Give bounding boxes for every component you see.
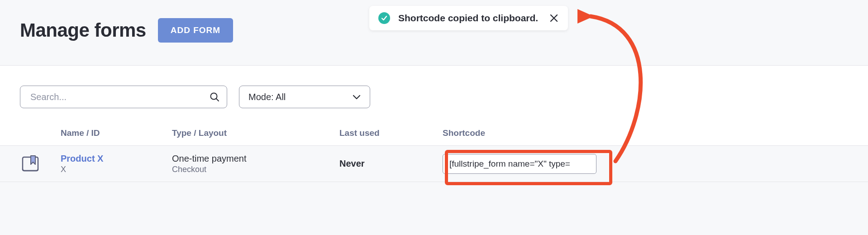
shortcode-field[interactable]: [fullstripe_form name="X" type= (443, 154, 596, 174)
col-last-used: Last used (339, 128, 443, 138)
toast-notification: Shortcode copied to clipboard. (369, 6, 568, 30)
col-name: Name / ID (61, 128, 172, 138)
svg-line-3 (216, 99, 219, 101)
chevron-down-icon (353, 92, 361, 102)
form-icon (0, 153, 61, 174)
form-layout: Checkout (172, 165, 339, 174)
form-name-link[interactable]: Product X (61, 153, 172, 164)
search-input[interactable] (20, 86, 227, 108)
table-row: Product X X One-time payment Checkout Ne… (0, 146, 868, 182)
form-type: One-time payment (172, 153, 339, 164)
col-type: Type / Layout (172, 128, 339, 138)
search-icon (209, 91, 220, 102)
mode-filter-select[interactable]: Mode: All (239, 86, 370, 108)
col-shortcode: Shortcode (443, 128, 642, 138)
toast-message: Shortcode copied to clipboard. (398, 13, 538, 24)
mode-filter-label: Mode: All (248, 92, 286, 102)
page-title: Manage forms (20, 19, 146, 41)
form-last-used: Never (339, 158, 443, 169)
form-id: X (61, 165, 172, 174)
table-header: Name / ID Type / Layout Last used Shortc… (0, 124, 868, 146)
close-icon[interactable] (549, 13, 559, 23)
checkmark-icon (378, 12, 390, 24)
add-form-button[interactable]: ADD FORM (158, 18, 233, 43)
